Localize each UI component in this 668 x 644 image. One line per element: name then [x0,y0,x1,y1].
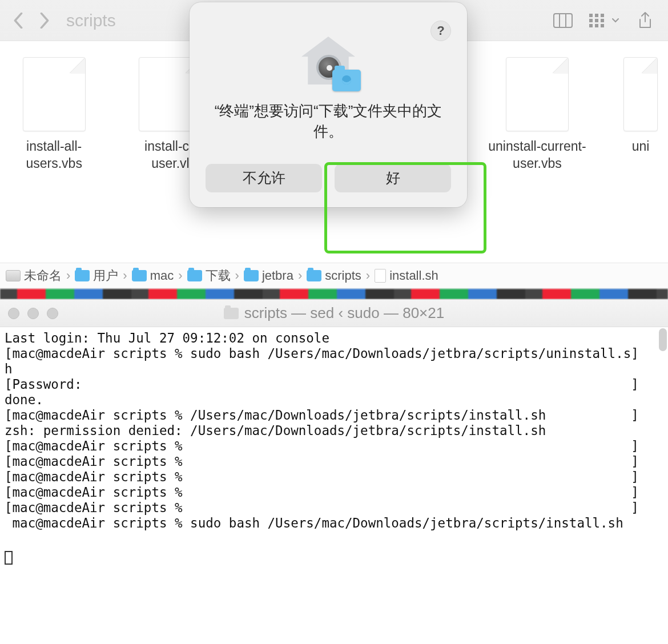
view-mode-icon[interactable] [550,9,576,32]
path-bar: 未命名 › 用户 › mac › 下载 › jetbra › scripts ›… [0,263,668,289]
file-label: install-all-users.vbs [10,138,98,172]
chevron-right-icon: › [66,268,70,283]
file-icon [23,57,86,131]
dialog-message: “终端”想要访问“下载”文件夹中的文件。 [206,100,451,142]
chevron-right-icon: › [298,268,302,283]
terminal-cursor [5,551,13,565]
permission-dialog: ? “终端”想要访问“下载”文件夹中的文件。 不允许 好 [190,2,467,207]
file-item[interactable]: install-all-users.vbs [10,57,98,172]
file-item[interactable]: uninstall-current-user.vbs [485,57,589,172]
folder-icon [75,270,90,281]
help-button[interactable]: ? [430,21,451,41]
svg-rect-0 [554,14,572,27]
forward-button[interactable] [37,9,53,32]
path-segment[interactable]: 未命名 [6,267,62,284]
svg-rect-11 [601,24,604,27]
terminal-title: scripts — sed ‹ sudo — 80×21 [0,304,668,322]
folder-icon [187,270,202,281]
svg-rect-10 [595,24,598,27]
folder-icon [244,270,259,281]
folder-icon [132,270,147,281]
svg-rect-7 [595,19,598,22]
chevron-right-icon: › [178,268,182,283]
path-segment[interactable]: 下载 [187,267,231,284]
background-strip [0,289,668,299]
folder-icon [224,308,239,319]
disk-icon [6,270,21,281]
terminal-titlebar[interactable]: scripts — sed ‹ sudo — 80×21 [0,300,668,327]
finder-title: scripts [66,11,116,30]
chevron-right-icon: › [235,268,239,283]
svg-rect-9 [589,24,593,27]
svg-rect-4 [595,14,598,17]
file-label: uninstall-current-user.vbs [485,138,589,172]
group-by-icon[interactable] [586,9,622,32]
security-icon [297,27,360,90]
chevron-right-icon: › [123,268,127,283]
back-button[interactable] [10,9,26,32]
file-icon [506,57,569,131]
path-segment[interactable]: mac [132,268,174,283]
chevron-right-icon: › [366,268,370,283]
file-item[interactable]: uni [623,57,658,155]
svg-rect-8 [601,19,604,22]
path-segment[interactable]: jetbra [244,268,293,283]
share-icon[interactable] [633,9,658,32]
svg-rect-6 [589,19,593,22]
path-segment[interactable]: install.sh [375,268,438,283]
svg-rect-5 [601,14,604,17]
file-icon [623,57,658,131]
path-segment[interactable]: scripts [307,268,361,283]
terminal-output[interactable]: Last login: Thu Jul 27 09:12:02 on conso… [0,327,668,569]
deny-button[interactable]: 不允许 [206,164,322,192]
file-label: uni [632,138,650,155]
svg-rect-3 [589,14,593,17]
file-label: install-cuuser.vl [144,138,196,172]
path-segment[interactable]: 用户 [75,267,118,284]
file-small-icon [375,269,386,283]
dialog-buttons: 不允许 好 [206,164,451,192]
chevron-down-icon [612,18,619,23]
allow-button[interactable]: 好 [335,164,451,192]
terminal-window: scripts — sed ‹ sudo — 80×21 Last login:… [0,299,668,644]
folder-icon [307,270,321,281]
